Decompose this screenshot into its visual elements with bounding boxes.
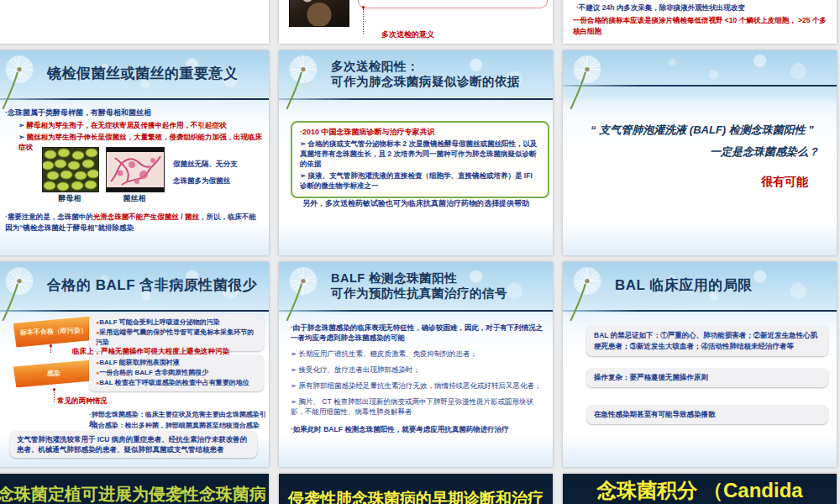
slide-title-line2: 可作为肺念珠菌病疑似诊断的依据: [331, 74, 548, 89]
slide-thumbnail-prophylaxis-signal[interactable]: BALF 检测念珠菌阳性 可作为预防性抗真菌治疗的信号 由于肺念珠菌感染的临床表…: [279, 262, 553, 467]
footnote: 需要注意的是，念珠菌中的光滑念珠菌不能产生假菌丝 / 菌丝，所以，临床不能因为“…: [5, 212, 259, 234]
criterion-item: 胸片、 CT 检查肺部出现新的病变或两中下肺野呈弥漫性斑片影或圆形块状影，不能用…: [291, 396, 544, 417]
slide-body: 由于肺念珠菌感染的临床表现无特征性，确诊较困难，因此，对于有下列情况之一者均应考…: [291, 323, 544, 434]
consensus-heading: 2010 中国念珠菌病诊断与治疗专家共识: [300, 127, 540, 137]
slide-title: 多次送检阳性： 可作为肺念珠菌病疑似诊断的依据: [331, 50, 548, 97]
lead-paragraph: 由于肺念珠菌感染的临床表现无特征性，确诊较困难，因此，对于有下列情况之一者均应考…: [291, 323, 544, 343]
criterion-item: 长期应用广谱抗生素、糖皮质激素、免疫抑制剂的患者；: [291, 349, 544, 359]
alert-line: 常见的两种情况: [57, 396, 108, 407]
dandelion-icon: [0, 52, 42, 113]
criterion-item: 原有肺部细菌感染经足量抗生素治疗无效，病情持续恶化或好转后又恶化者；: [291, 381, 544, 391]
image-caption: 酵母相: [42, 193, 97, 204]
slide-thumbnail-colonization-title[interactable]: 念珠菌定植可进展为侵袭性念珠菌病: [0, 474, 269, 504]
image-caption: 菌丝相: [106, 193, 163, 204]
case-item: 混合感染：检出多种菌，肺部细菌真菌甚至结核混合感染: [89, 421, 260, 430]
connector-line: [54, 390, 55, 402]
slide-thumbnail-balf-quality[interactable]: 合格的 BALF 含非病原性菌很少 标本不合格（即污染） BALF 可能会受到上…: [0, 262, 269, 467]
callout-label: 多次送检的意义: [381, 29, 434, 40]
slide-title-line1: BALF 检测念珠菌阳性: [331, 270, 548, 286]
slide-title: BALF 检测念珠菌阳性 可作为预防性抗真菌治疗的信号: [331, 262, 548, 309]
slide-thumbnail-sputum-sampling[interactable]: 不建议 24h 内多次采集，除非痰液外观性状出现改变 一份合格的痰标本应该是痰涂…: [563, 0, 837, 44]
box-item: BAL 检查在下呼吸道感染的检查中占有重要的地位: [96, 378, 257, 388]
limitation-box: 操作复杂：要严格遵循无菌操作原则: [586, 368, 828, 387]
slide-thumbnail-candida-score-title[interactable]: 念珠菌积分 （Candida: [563, 474, 837, 504]
usage-box: 支气管肺泡灌洗较常用于 ICU 病房的重症患者、经抗生素治疗未获改善的患者、机械…: [10, 431, 257, 458]
consensus-item: 痰液、支气管肺泡灌洗液的直接检查（细胞学、直接镜检或培养）是 IFI 诊断的微生…: [300, 171, 540, 191]
connector-line: [50, 346, 52, 353]
slide-title: 镜检假菌丝或菌丝的重要意义: [47, 50, 264, 97]
slide-title: 合格的 BALF 含非病原性菌很少: [47, 262, 264, 309]
annotation: 假菌丝无隔、无分支: [173, 160, 265, 170]
bullet-line: 念珠菌属于类酵母样菌，有酵母相和菌丝相: [5, 108, 262, 118]
answer-text: 很有可能: [761, 175, 808, 190]
alert-line: 一份合格的痰标本应该是痰涂片镜检每低倍视野 <10 个鳞状上皮细胞， >25 个…: [573, 15, 827, 37]
limitation-box: 在急性感染期甚至有可能导致感染播散: [586, 405, 828, 424]
conclusion-line: 如果此时 BALF 检测念珠菌阳性，就要考虑应用抗真菌药物进行治疗: [291, 424, 544, 434]
connector-line: [363, 8, 365, 34]
specimen-photo: [289, 0, 349, 27]
consensus-box: 2010 中国念珠菌病诊断与治疗专家共识 合格的痰或支气管分泌物标本 2 次显微…: [291, 121, 549, 198]
slide-thumbnail-microscopy[interactable]: 镜检假菌丝或菌丝的重要意义 念珠菌属于类酵母样菌，有酵母相和菌丝相 酵母相为芽生…: [0, 50, 269, 255]
bullet-line: 不建议 24h 内多次采集，除非痰液外观性状出现改变: [576, 3, 828, 13]
slide-thumbnail-specimen[interactable]: 多次送检的意义: [279, 0, 553, 44]
slide-thumbnail-bal-limits[interactable]: BAL 临床应用的局限 BAL 的禁忌证如下：①严重的心、肺功能损害者；②新近发…: [563, 262, 837, 467]
dandelion-icon: [564, 52, 610, 113]
slide-thumbnail-balf-question[interactable]: “ 支气管肺泡灌洗液 (BALF) 检测念珠菌阳性 ” 一定是念珠菌感染么？ 很…: [563, 50, 837, 255]
callout-box: [358, 0, 548, 8]
section-title: 念珠菌定植可进展为侵袭性念珠菌病: [0, 483, 269, 504]
hyphae-phase-photo: [106, 147, 165, 192]
slide-title-line1: 多次送检阳性：: [331, 59, 548, 74]
box-item: 一份合格的 BALF 含非病原性菌很少: [96, 368, 257, 378]
section-title: 侵袭性肺念珠菌病的早期诊断和治疗: [279, 488, 553, 504]
slide-footnote: 另外，多次送检药敏试验也可为临床抗真菌治疗药物的选择提供帮助: [287, 198, 544, 209]
limitation-box: BAL 的禁忌证如下：①严重的心、肺功能损害者；②新近发生急性心肌梗死患者；③新…: [586, 326, 828, 356]
dandelion-icon: [281, 52, 326, 113]
dandelion-icon: [0, 264, 42, 324]
footnote-highlight: 光滑念珠菌不能产生假菌丝 / 菌丝: [93, 213, 199, 221]
slide-thumbnail-early-diagnosis-title[interactable]: 侵袭性肺念珠菌病的早期诊断和治疗: [279, 474, 553, 504]
slide-thumbnail-blank[interactable]: [0, 0, 269, 44]
ribbon-infection: 感染: [13, 360, 95, 387]
footnote-part: 需要注意的是，念珠菌中的: [8, 213, 93, 221]
box-item: BALF 能获取肺泡表面衬液: [96, 358, 257, 368]
dandelion-icon: [564, 264, 610, 324]
slide-title: BAL 临床应用的局限: [615, 262, 832, 309]
yeast-phase-photo: [42, 147, 99, 192]
infection-box: BALF 能获取肺泡表面衬液 一份合格的 BALF 含非病原性菌很少 BAL 检…: [89, 354, 264, 391]
contamination-box: BALF 可能会受到上呼吸道分泌物的污染 采用远端带气囊的保护性导管可避免标本采…: [89, 314, 264, 351]
quote-line2: 一定是念珠菌感染么？: [580, 144, 819, 160]
slide-title-line2: 可作为预防性抗真菌治疗的信号: [331, 286, 548, 301]
section-title: 念珠菌积分 （Candida: [563, 477, 837, 504]
box-item: BALF 可能会受到上呼吸道分泌物的污染: [96, 318, 257, 328]
slide-thumbnail-repeat-positive[interactable]: 多次送检阳性： 可作为肺念珠菌病疑似诊断的依据 2010 中国念珠菌病诊断与治疗…: [279, 50, 553, 255]
sub-bullet: 酵母相为芽生孢子，在无症状寄居及传播中起作用，不引起症状: [18, 121, 264, 131]
annotation: 念珠菌多为假菌丝: [173, 176, 265, 186]
box-item: 采用远端带气囊的保护性导管可避免标本采集环节的污染: [96, 328, 257, 348]
slide-sorter-grid: 多次送检的意义 不建议 24h 内多次采集，除非痰液外观性状出现改变 一份合格的…: [0, 0, 840, 504]
criterion-item: 接受化疗、放疗患者出现肺部感染时；: [291, 365, 544, 375]
consensus-item: 合格的痰或支气管分泌物标本 2 次显微镜检酵母假菌丝或菌丝阳性，以及真菌培养有念…: [300, 139, 540, 169]
dandelion-icon: [281, 264, 326, 324]
quote-line1: “ 支气管肺泡灌洗液 (BALF) 检测念珠菌阳性 ”: [580, 123, 825, 138]
